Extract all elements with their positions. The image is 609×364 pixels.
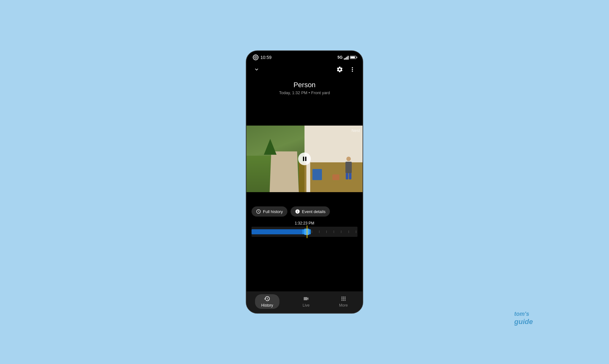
clock-icon — [256, 209, 261, 214]
info-icon — [295, 209, 300, 214]
nav-label-history: History — [261, 303, 273, 308]
timeline-track[interactable] — [252, 227, 357, 237]
pause-button[interactable] — [298, 153, 311, 165]
timeline-timestamp: 1:32:23 PM — [252, 221, 357, 225]
battery-icon — [350, 56, 356, 59]
status-bar: 10:59 5G — [246, 51, 363, 62]
pause-icon — [303, 157, 306, 161]
full-history-button[interactable]: Full history — [252, 206, 287, 217]
gear-icon — [336, 66, 343, 73]
signal-icon — [344, 55, 349, 60]
app-icon — [253, 55, 259, 60]
settings-button[interactable] — [335, 64, 345, 75]
event-header: Person Today, 1:32 PM • Front yard — [246, 78, 363, 100]
event-subtitle: Today, 1:32 PM • Front yard — [279, 90, 330, 95]
event-details-button[interactable]: Event details — [291, 206, 330, 217]
history-nav-icon — [264, 296, 270, 302]
app-icon-svg — [254, 56, 257, 59]
live-nav-icon — [303, 296, 309, 302]
svg-point-1 — [255, 57, 256, 58]
timeline-cursor — [307, 225, 307, 238]
nav-item-history[interactable]: History — [255, 294, 279, 309]
status-bar-left: 10:59 — [253, 55, 272, 60]
spacer-below-video — [246, 192, 363, 206]
bottom-navigation: History Live More — [246, 291, 363, 313]
event-title: Person — [293, 81, 316, 89]
more-nav-icon — [340, 296, 347, 302]
status-bar-right: 5G — [337, 55, 356, 60]
timeline-progress — [252, 229, 307, 234]
timeline-container: 1:32:23 PM — [246, 221, 363, 239]
back-button[interactable] — [252, 64, 262, 75]
full-history-label: Full history — [263, 209, 283, 214]
toms-guide-watermark: tom's guide — [514, 311, 533, 326]
spacer-above-video — [246, 100, 363, 126]
chevron-down-icon — [253, 66, 260, 73]
nav-label-more: More — [339, 303, 348, 308]
vertical-dots-icon — [349, 66, 356, 73]
top-toolbar — [246, 62, 363, 78]
toolbar-right — [335, 64, 357, 75]
network-indicator: 5G — [337, 55, 343, 60]
phone-frame: 10:59 5G — [246, 50, 363, 314]
nav-item-more[interactable]: More — [333, 294, 354, 309]
nest-watermark: Nest — [351, 128, 360, 133]
video-player[interactable]: Nest — [246, 126, 363, 192]
status-time: 10:59 — [260, 55, 272, 60]
action-buttons: Full history Event details — [246, 206, 363, 221]
nav-item-live[interactable]: Live — [296, 294, 316, 309]
more-options-button[interactable] — [347, 64, 357, 75]
event-details-label: Event details — [302, 209, 325, 214]
timeline-spacer — [246, 239, 363, 291]
nav-label-live: Live — [303, 303, 310, 308]
